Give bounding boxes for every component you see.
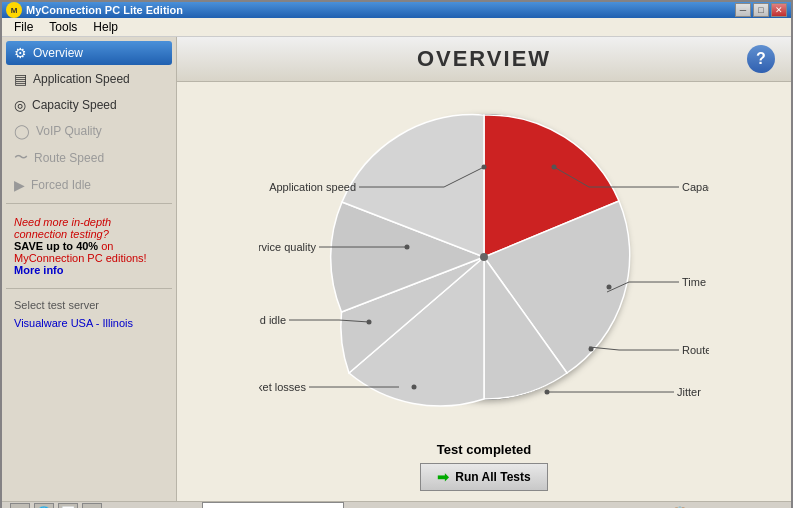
title-bar-left: M MyConnection PC Lite Edition [6,2,183,18]
application-speed-icon: ▤ [14,71,27,87]
page-title: OVERVIEW [417,46,551,72]
sidebar-item-capacity-speed[interactable]: ◎ Capacity Speed [6,93,172,117]
sidebar-divider [6,203,172,204]
sidebar-item-overview-label: Overview [33,46,83,60]
svg-point-6 [412,385,417,390]
sidebar-item-voip-label: VoIP Quality [36,124,102,138]
window-title: MyConnection PC Lite Edition [26,4,183,16]
label-jitter: Jitter [677,386,701,398]
status-bar: ✉ 🌐 📊 ? Select test server: Visualware U… [2,501,791,508]
label-capacity-speed: Capacity speed [682,181,709,193]
status-icons: ✉ 🌐 📊 ? [10,503,102,508]
promo-text: Need more in-depth connection testing? [14,216,111,240]
chart-area: Application speed Capacity speed Service… [177,82,791,501]
sidebar-item-forced-idle-label: Forced Idle [31,178,91,192]
promo-save: SAVE up to 40% [14,240,98,252]
run-icon: ➡ [437,469,449,485]
svg-point-0 [482,165,487,170]
label-service-quality: Service quality [259,241,316,253]
label-packet-losses: Packet losses [259,381,306,393]
svg-point-3 [607,285,612,290]
svg-point-2 [405,245,410,250]
label-application-speed: Application speed [269,181,356,193]
sidebar-promo: Need more in-depth connection testing? S… [6,210,172,282]
run-btn-label: Run All Tests [455,470,530,484]
svg-point-1 [552,165,557,170]
header-right: ? [551,45,775,73]
label-tcp-forced-idle: TCP forced idle [259,314,286,326]
menu-bar: File Tools Help [2,18,791,37]
sidebar-item-application-speed[interactable]: ▤ Application Speed [6,67,172,91]
svg-point-7 [545,390,550,395]
sidebar: ⚙ Overview ▤ Application Speed ◎ Capacit… [2,37,177,501]
sidebar-item-route-speed[interactable]: 〜 Route Speed [6,145,172,171]
menu-help[interactable]: Help [85,18,126,36]
email-icon[interactable]: ✉ [10,503,30,508]
server-select[interactable]: Visualware USA - Illinois [202,502,344,508]
sidebar-server-label: Select test server [6,295,172,315]
title-controls: ─ □ ✕ [735,3,787,17]
overview-header: OVERVIEW ? [177,37,791,82]
menu-tools[interactable]: Tools [41,18,85,36]
capacity-speed-icon: ◎ [14,97,26,113]
promo-link[interactable]: More info [14,264,64,276]
main-content: ⚙ Overview ▤ Application Speed ◎ Capacit… [2,37,791,501]
svg-point-5 [589,347,594,352]
forced-idle-icon: ▶ [14,177,25,193]
app-icon: M [6,2,22,18]
sidebar-server-link[interactable]: Visualware USA - Illinois [6,317,172,329]
close-button[interactable]: ✕ [771,3,787,17]
voip-icon: ◯ [14,123,30,139]
right-panel: OVERVIEW ? [177,37,791,501]
sidebar-item-voip[interactable]: ◯ VoIP Quality [6,119,172,143]
menu-file[interactable]: File [6,18,41,36]
pie-chart: Application speed Capacity speed Service… [259,92,709,422]
chart-icon[interactable]: 📊 [58,503,78,508]
run-all-tests-button[interactable]: ➡ Run All Tests [420,463,547,491]
main-window: M MyConnection PC Lite Edition ─ □ ✕ Fil… [0,0,793,508]
help-button[interactable]: ? [747,45,775,73]
label-route-speed: Route speed [682,344,709,356]
help-status-icon[interactable]: ? [82,503,102,508]
minimize-button[interactable]: ─ [735,3,751,17]
sidebar-item-overview[interactable]: ⚙ Overview [6,41,172,65]
sidebar-item-capacity-speed-label: Capacity Speed [32,98,117,112]
sidebar-item-forced-idle[interactable]: ▶ Forced Idle [6,173,172,197]
pie-chart-container: Application speed Capacity speed Service… [259,92,709,442]
svg-point-4 [367,320,372,325]
test-completed-label: Test completed [437,442,531,457]
test-status: Test completed [437,442,531,457]
title-bar: M MyConnection PC Lite Edition ─ □ ✕ [2,2,791,18]
sidebar-divider-2 [6,288,172,289]
sidebar-item-application-speed-label: Application Speed [33,72,130,86]
sidebar-item-route-speed-label: Route Speed [34,151,104,165]
label-time-variation: Time variation [682,276,709,288]
maximize-button[interactable]: □ [753,3,769,17]
status-server: Select test server: Visualware USA - Ill… [110,502,665,508]
route-speed-icon: 〜 [14,149,28,167]
globe-icon[interactable]: 🌐 [34,503,54,508]
pie-center [480,253,488,261]
overview-icon: ⚙ [14,45,27,61]
